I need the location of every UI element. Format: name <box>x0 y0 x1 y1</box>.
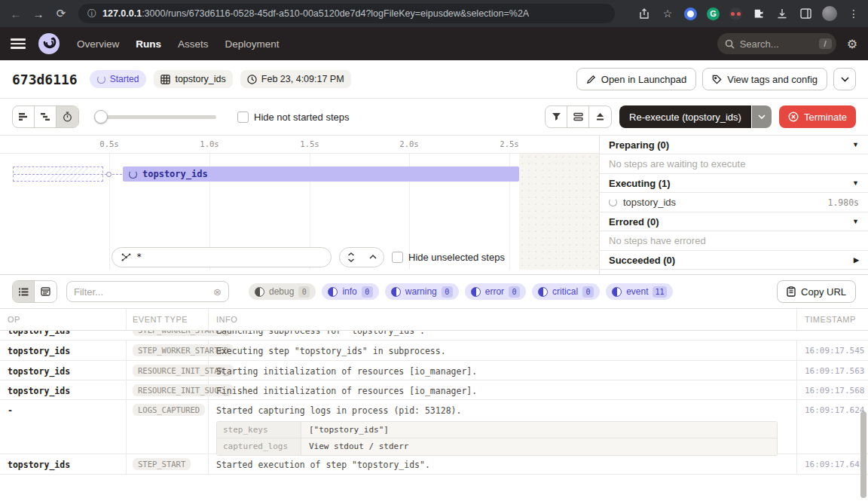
site-info-icon[interactable]: ⓘ <box>87 8 96 20</box>
event-type-pill: LOGS_CAPTURED <box>133 404 205 416</box>
url-bar[interactable]: ⓘ 127.0.0.1:3000/runs/673d6116-0528-45df… <box>78 4 615 23</box>
unfold-icon[interactable] <box>340 248 362 267</box>
job-tag-chip[interactable]: topstory_ids <box>154 70 232 88</box>
nav-item-deployment[interactable]: Deployment <box>225 38 280 50</box>
slider-track[interactable] <box>94 115 216 119</box>
structured-view-icon[interactable] <box>35 281 57 302</box>
logs-section: ⊗ debug 0 info 0 warning 0 error 0 <box>0 274 868 504</box>
sidebar-icon[interactable] <box>799 7 812 20</box>
dagster-logo[interactable] <box>38 32 60 55</box>
back-icon[interactable]: ← <box>8 8 24 20</box>
clock-icon <box>247 75 257 84</box>
profile-avatar[interactable] <box>822 6 837 21</box>
metadata-key: step_keys <box>217 422 301 438</box>
log-timestamp[interactable]: 16:09:17.645 <box>797 454 868 474</box>
copy-url-button[interactable]: Copy URL <box>777 280 856 303</box>
panel-section-errored[interactable]: Errored (0)▼ <box>600 212 868 231</box>
extension-clock-icon[interactable] <box>684 8 697 20</box>
log-timestamp[interactable]: 16:09:17.545 <box>797 341 868 360</box>
captured-logs-link[interactable]: View stdout / stderr <box>301 438 777 455</box>
reexecute-button[interactable]: Re-execute (topstory_ids) <box>619 105 751 128</box>
extension-grammarly-icon[interactable]: G <box>707 8 720 20</box>
app-navbar: Overview Runs Assets Deployment Search..… <box>0 27 868 60</box>
clear-filter-icon[interactable]: ⊗ <box>213 286 222 298</box>
bookmark-star-icon[interactable]: ☆ <box>661 7 674 20</box>
filter-funnel-icon[interactable] <box>546 106 567 127</box>
nav-item-assets[interactable]: Assets <box>178 38 209 50</box>
gantt-timed-layout-button[interactable] <box>57 106 78 127</box>
open-in-launchpad-button[interactable]: Open in Launchpad <box>576 68 696 90</box>
header-op: OP <box>0 309 127 330</box>
extension-colorpicker-icon[interactable] <box>729 8 742 20</box>
toggle-debug[interactable]: debug 0 <box>249 283 316 300</box>
toggle-icon <box>471 287 481 297</box>
global-search-input[interactable]: Search... / <box>717 33 836 54</box>
toggle-icon <box>391 287 401 297</box>
share-icon[interactable] <box>637 7 651 20</box>
step-name: topstory_ids <box>623 197 676 208</box>
toggle-warning[interactable]: warning 0 <box>385 283 459 300</box>
nav-item-overview[interactable]: Overview <box>77 38 119 50</box>
toggle-icon <box>612 287 622 297</box>
log-timestamp[interactable]: 16:09:17.563 <box>797 361 868 380</box>
header-event-type: EVENT TYPE <box>127 309 209 330</box>
count-badge: 0 <box>509 286 520 298</box>
grid-icon <box>160 75 170 84</box>
panel-section-succeeded[interactable]: Succeeded (0)▶ <box>600 251 868 270</box>
settings-gear-icon[interactable]: ⚙ <box>847 37 857 51</box>
extensions-puzzle-icon[interactable] <box>752 7 766 20</box>
browser-menu-icon[interactable]: ⋮ <box>847 7 860 20</box>
run-actions-caret-button[interactable] <box>833 68 856 90</box>
caret-up-icon[interactable] <box>362 248 384 267</box>
log-timestamp[interactable]: 16:09:17.568 <box>797 380 868 399</box>
row-density-icon[interactable] <box>567 106 589 127</box>
stream-view-icon[interactable] <box>13 281 35 302</box>
metadata-table: step_keys ["topstory_ids"] captured_logs… <box>216 421 778 456</box>
panel-section-preparing[interactable]: Preparing (0)▼ <box>600 136 868 154</box>
log-row[interactable]: topstory_ids RESOURCE_INIT_STAR_ Startin… <box>0 361 868 380</box>
hide-unselected-checkbox[interactable] <box>392 252 403 263</box>
panel-empty-text: No steps have errored <box>600 231 868 251</box>
hide-not-started-checkbox[interactable] <box>237 111 249 123</box>
caret-down-icon: ▼ <box>852 141 859 148</box>
toggle-critical[interactable]: critical 0 <box>532 283 600 300</box>
step-selection-value: * <box>136 252 142 262</box>
panel-section-executing[interactable]: Executing (1)▼ <box>600 174 868 193</box>
executing-step-row[interactable]: topstory_ids 1.980s <box>600 193 868 212</box>
log-filter-input[interactable]: ⊗ <box>66 281 229 302</box>
log-filter-field[interactable] <box>74 286 207 298</box>
gantt-future-region <box>519 154 599 270</box>
log-row[interactable]: topstory_ids RESOURCE_INIT_SUCC_ Finishe… <box>0 380 868 400</box>
pencil-icon <box>586 75 596 84</box>
run-datetime-chip[interactable]: Feb 23, 4:09:17 PM <box>240 70 351 88</box>
axis-tick: 2.5s <box>500 139 518 148</box>
nav-item-runs[interactable]: Runs <box>136 38 161 50</box>
reload-icon[interactable]: ⟳ <box>53 7 69 20</box>
log-row-logs-captured[interactable]: - LOGS_CAPTURED Started capturing logs i… <box>0 400 868 454</box>
log-row[interactable]: topstory_ids STEP_START Started executio… <box>0 454 868 475</box>
log-row[interactable]: topstory_ids STEP_WORKER_STARTI_ Launchi… <box>0 331 868 341</box>
toggle-info[interactable]: info 0 <box>322 283 378 300</box>
download-icon[interactable] <box>775 7 789 20</box>
step-selection-input[interactable]: * <box>112 247 332 267</box>
log-row[interactable]: topstory_ids STEP_WORKER_STARTED Executi… <box>0 341 868 361</box>
hamburger-menu-icon[interactable] <box>11 38 26 49</box>
vertical-scrollbar[interactable] <box>860 411 866 498</box>
gantt-zoom-slider[interactable] <box>94 110 216 124</box>
toggle-icon <box>328 287 338 297</box>
forward-icon[interactable]: → <box>30 8 47 20</box>
gantt-flat-layout-button[interactable] <box>13 106 35 127</box>
view-tags-config-button[interactable]: View tags and config <box>702 68 827 90</box>
fit-to-window-icon[interactable] <box>589 106 611 127</box>
chevron-down-icon <box>841 77 849 82</box>
reexecute-caret-button[interactable] <box>752 105 772 128</box>
header-timestamp: TIMESTAMP <box>797 309 868 330</box>
run-header: 673d6116 Started topstory_ids Feb 23, 4:… <box>0 60 868 99</box>
log-timestamp[interactable]: 16:09:17.624 <box>797 400 868 454</box>
terminate-button[interactable]: Terminate <box>779 105 856 128</box>
toggle-event[interactable]: event 11 <box>606 283 672 300</box>
gantt-step-bar[interactable]: topstory_ids <box>123 166 519 182</box>
slider-knob[interactable] <box>94 110 108 124</box>
toggle-error[interactable]: error 0 <box>465 283 526 300</box>
gantt-waterfall-layout-button[interactable] <box>35 106 57 127</box>
